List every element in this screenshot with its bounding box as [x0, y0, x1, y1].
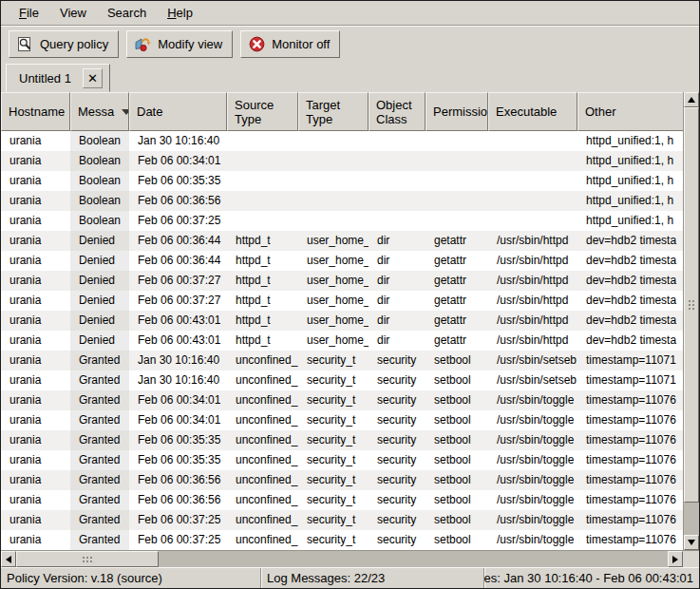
monitor-off-icon	[249, 36, 265, 52]
log-row-9[interactable]: uraniaDeniedFeb 06 00:43:01httpd_tuser_h…	[1, 311, 683, 331]
query-policy-icon	[17, 36, 33, 52]
log-row-12[interactable]: uraniaGrantedJan 30 10:16:40unconfined_s…	[1, 370, 683, 390]
menu-item-view[interactable]: View	[49, 2, 97, 25]
cell	[298, 151, 369, 171]
cell: urania	[1, 171, 70, 191]
cell	[488, 211, 577, 231]
cell: getattr	[426, 251, 488, 271]
cell: security	[369, 370, 426, 390]
log-row-0[interactable]: uraniaBooleanJan 30 10:16:40httpd_unifie…	[1, 131, 683, 151]
cell	[369, 211, 426, 231]
log-row-17[interactable]: uraniaGrantedFeb 06 00:36:56unconfined_s…	[1, 470, 683, 490]
menu-item-file[interactable]: File	[9, 2, 49, 25]
horizontal-scrollbar[interactable]	[1, 551, 683, 567]
log-row-10[interactable]: uraniaDeniedFeb 06 00:43:01httpd_tuser_h…	[1, 331, 683, 351]
cell: /usr/sbin/toggle	[488, 390, 577, 410]
column-header-source-type[interactable]: Source Type	[227, 92, 298, 131]
log-row-8[interactable]: uraniaDeniedFeb 06 00:37:27httpd_tuser_h…	[1, 291, 683, 311]
vertical-scrollbar-thumb[interactable]	[684, 107, 699, 503]
cell	[369, 171, 426, 191]
log-row-7[interactable]: uraniaDeniedFeb 06 00:37:27httpd_tuser_h…	[1, 271, 683, 291]
query-policy-button[interactable]: Query policy	[9, 30, 119, 58]
cell: Granted	[70, 351, 129, 370]
scroll-left-button[interactable]	[1, 551, 16, 567]
cell: user_home_	[298, 231, 369, 251]
cell: Feb 06 00:36:44	[129, 251, 227, 271]
log-row-5[interactable]: uraniaDeniedFeb 06 00:36:44httpd_tuser_h…	[1, 231, 683, 251]
cell: Denied	[70, 231, 129, 251]
cell: setbool	[426, 351, 488, 370]
log-row-16[interactable]: uraniaGrantedFeb 06 00:35:35unconfined_s…	[1, 450, 683, 470]
column-header-target-type[interactable]: Target Type	[298, 92, 369, 131]
log-row-3[interactable]: uraniaBooleanFeb 06 00:36:56httpd_unifie…	[1, 191, 683, 211]
tab-close-button[interactable]: ✕	[83, 68, 103, 88]
cell: urania	[1, 131, 70, 151]
vertical-scrollbar[interactable]	[683, 92, 699, 550]
log-row-19[interactable]: uraniaGrantedFeb 06 00:37:25unconfined_s…	[1, 510, 683, 530]
scroll-right-button[interactable]	[668, 551, 683, 567]
vertical-scrollbar-track[interactable]	[684, 107, 699, 535]
cell: Jan 30 10:16:40	[129, 351, 227, 370]
menu-item-help[interactable]: Help	[157, 2, 203, 25]
column-header-label: Permission	[433, 104, 488, 119]
cell	[488, 151, 577, 171]
modify-view-button[interactable]: Modify view	[126, 30, 233, 58]
cell: security_t	[298, 530, 369, 550]
log-row-14[interactable]: uraniaGrantedFeb 06 00:34:01unconfined_s…	[1, 410, 683, 430]
menu-item-search[interactable]: Search	[97, 2, 157, 25]
log-row-11[interactable]: uraniaGrantedJan 30 10:16:40unconfined_s…	[1, 351, 683, 370]
cell	[298, 131, 369, 151]
column-header-label: Source Type	[235, 98, 274, 126]
cell: Granted	[70, 410, 129, 430]
cell: urania	[1, 271, 70, 291]
column-header-date[interactable]: Date	[129, 92, 227, 131]
cell: unconfined_	[227, 450, 298, 470]
cell: urania	[1, 410, 70, 430]
cell: urania	[1, 331, 70, 351]
column-header-executable[interactable]: Executable	[488, 92, 577, 131]
cell: setbool	[426, 410, 488, 430]
cell: Feb 06 00:36:56	[129, 490, 227, 510]
cell: Feb 06 00:35:35	[129, 450, 227, 470]
column-header-label: Executable	[496, 104, 557, 119]
cell: dev=hdb2 timesta	[577, 331, 683, 351]
horizontal-scrollbar-row	[1, 550, 699, 567]
log-row-4[interactable]: uraniaBooleanFeb 06 00:37:25httpd_unifie…	[1, 211, 683, 231]
log-row-20[interactable]: uraniaGrantedFeb 06 00:37:25unconfined_s…	[1, 530, 683, 550]
cell: timestamp=11076	[577, 390, 683, 410]
cell: Denied	[70, 291, 129, 311]
cell: httpd_unified:1, h	[577, 151, 683, 171]
cell: Granted	[70, 510, 129, 530]
column-header-hostname[interactable]: Hostname	[1, 92, 70, 131]
log-row-18[interactable]: uraniaGrantedFeb 06 00:36:56unconfined_s…	[1, 490, 683, 510]
scroll-down-button[interactable]	[684, 535, 699, 550]
column-header-other[interactable]: Other	[577, 92, 683, 131]
log-view: HostnameMessaDateSource TypeTarget TypeO…	[1, 92, 699, 550]
cell: security_t	[298, 470, 369, 490]
horizontal-scrollbar-thumb[interactable]	[16, 551, 159, 567]
column-header-permission[interactable]: Permission	[426, 92, 488, 131]
cell: setbool	[426, 530, 488, 550]
tab-untitled-1[interactable]: Untitled 1 ✕	[6, 64, 110, 92]
cell: security_t	[298, 450, 369, 470]
log-row-6[interactable]: uraniaDeniedFeb 06 00:36:44httpd_tuser_h…	[1, 251, 683, 271]
log-row-13[interactable]: uraniaGrantedFeb 06 00:34:01unconfined_s…	[1, 390, 683, 410]
horizontal-scrollbar-track[interactable]	[16, 551, 668, 567]
toolbar: Query policy Modify view Monitor off	[1, 27, 699, 63]
log-row-1[interactable]: uraniaBooleanFeb 06 00:34:01httpd_unifie…	[1, 151, 683, 171]
cell: dev=hdb2 timesta	[577, 231, 683, 251]
cell	[227, 151, 298, 171]
cell: unconfined_	[227, 430, 298, 450]
log-row-2[interactable]: uraniaBooleanFeb 06 00:35:35httpd_unifie…	[1, 171, 683, 191]
log-row-15[interactable]: uraniaGrantedFeb 06 00:35:35unconfined_s…	[1, 430, 683, 450]
monitor-off-label: Monitor off	[272, 37, 330, 51]
column-header-messa[interactable]: Messa	[70, 92, 129, 131]
scrollbar-corner	[683, 551, 699, 567]
column-header-object-class[interactable]: Object Class	[369, 92, 426, 131]
cell: urania	[1, 291, 70, 311]
cell: security_t	[298, 410, 369, 430]
scroll-up-button[interactable]	[684, 92, 699, 107]
cell	[426, 171, 488, 191]
monitor-off-button[interactable]: Monitor off	[240, 30, 340, 58]
cell: Feb 06 00:34:01	[129, 390, 227, 410]
